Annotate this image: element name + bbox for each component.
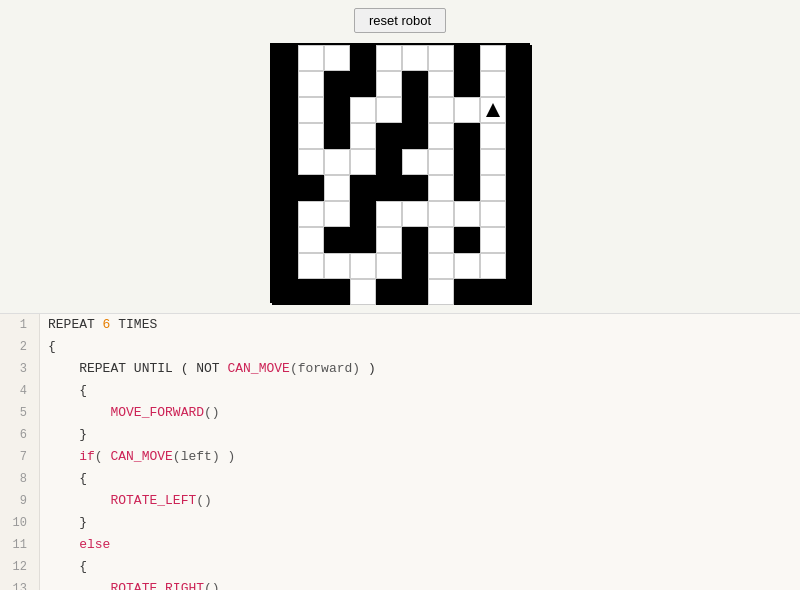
token-paren: (: [290, 361, 298, 376]
maze-cell: [428, 279, 454, 305]
maze-cell: [324, 149, 350, 175]
maze-cell: [350, 45, 376, 71]
line-number: 2: [0, 336, 40, 358]
maze-cell: [454, 71, 480, 97]
line-content: }: [40, 512, 87, 534]
maze-cell: [272, 227, 298, 253]
line-content: {: [40, 556, 87, 578]
maze-cell: [402, 97, 428, 123]
maze-cell: [402, 279, 428, 305]
token-brace: {: [79, 471, 87, 486]
line-number: 10: [0, 512, 40, 534]
maze-cell: [454, 227, 480, 253]
maze-cell: [402, 253, 428, 279]
maze-cell: [376, 253, 402, 279]
maze-cell: [272, 45, 298, 71]
token-paren: (): [196, 493, 212, 508]
maze-cell: [454, 175, 480, 201]
code-line: 11 else: [0, 534, 800, 556]
line-content: }: [40, 424, 87, 446]
maze-cell: [350, 227, 376, 253]
token-brace: {: [79, 383, 87, 398]
maze-cell: [480, 279, 506, 305]
maze-cell: [376, 123, 402, 149]
line-number: 1: [0, 314, 40, 336]
line-content: ROTATE_LEFT(): [40, 490, 212, 512]
maze-cell: [350, 201, 376, 227]
maze-cell: [324, 71, 350, 97]
maze-cell: [272, 201, 298, 227]
maze-cell: [428, 175, 454, 201]
maze-cell: [428, 201, 454, 227]
maze-cell: [350, 175, 376, 201]
token-fn: ROTATE_RIGHT: [110, 581, 204, 590]
maze-cell: [454, 279, 480, 305]
maze-cell: [402, 201, 428, 227]
maze-cell: [298, 97, 324, 123]
token-paren: ): [212, 449, 220, 464]
token-brace: {: [79, 559, 87, 574]
line-content: {: [40, 336, 56, 358]
maze-grid: [270, 43, 530, 303]
maze-cell: [298, 123, 324, 149]
maze-cell: [480, 97, 506, 123]
maze-cell: [480, 175, 506, 201]
maze-cell: [324, 201, 350, 227]
maze-cell: [376, 97, 402, 123]
maze-cell: [298, 201, 324, 227]
maze-cell: [402, 175, 428, 201]
line-content: REPEAT 6 TIMES: [40, 314, 157, 336]
maze-cell: [298, 175, 324, 201]
token-fn: MOVE_FORWARD: [110, 405, 204, 420]
code-line: 8 {: [0, 468, 800, 490]
maze-cell: [298, 71, 324, 97]
token-paren: (: [173, 449, 181, 464]
code-line: 10 }: [0, 512, 800, 534]
maze-cell: [324, 123, 350, 149]
token-kw: REPEAT UNTIL ( NOT: [79, 361, 227, 376]
token-kw-if: if: [79, 449, 95, 464]
maze-cell: [324, 227, 350, 253]
maze-cell: [506, 97, 532, 123]
maze-cell: [402, 149, 428, 175]
code-line: 4 {: [0, 380, 800, 402]
maze-cell: [376, 45, 402, 71]
token-paren: ): [220, 449, 236, 464]
token-paren: ): [352, 361, 360, 376]
token-kw: ): [360, 361, 376, 376]
code-line: 1REPEAT 6 TIMES: [0, 314, 800, 336]
maze-cell: [506, 175, 532, 201]
maze-cell: [506, 253, 532, 279]
maze-cell: [454, 97, 480, 123]
token-brace: }: [79, 515, 87, 530]
line-number: 9: [0, 490, 40, 512]
token-brace: }: [79, 427, 87, 442]
line-number: 5: [0, 402, 40, 424]
maze-cell: [428, 97, 454, 123]
maze-cell: [506, 227, 532, 253]
maze-cell: [350, 279, 376, 305]
token-fn: CAN_MOVE: [110, 449, 172, 464]
maze-cell: [376, 175, 402, 201]
token-fn: ROTATE_LEFT: [110, 493, 196, 508]
maze-cell: [454, 149, 480, 175]
code-line: 12 {: [0, 556, 800, 578]
maze-cell: [480, 227, 506, 253]
reset-button[interactable]: reset robot: [354, 8, 446, 33]
line-number: 6: [0, 424, 40, 446]
maze-cell: [428, 123, 454, 149]
maze-cell: [376, 149, 402, 175]
maze-cell: [324, 253, 350, 279]
maze-cell: [376, 201, 402, 227]
maze-cell: [402, 45, 428, 71]
line-content: {: [40, 468, 87, 490]
maze-cell: [272, 175, 298, 201]
maze-cell: [454, 253, 480, 279]
token-arg: left: [181, 449, 212, 464]
maze-cell: [402, 227, 428, 253]
code-line: 6 }: [0, 424, 800, 446]
code-line: 3 REPEAT UNTIL ( NOT CAN_MOVE(forward) ): [0, 358, 800, 380]
token-kw-else: else: [79, 537, 110, 552]
maze-cell: [480, 253, 506, 279]
line-number: 13: [0, 578, 40, 590]
